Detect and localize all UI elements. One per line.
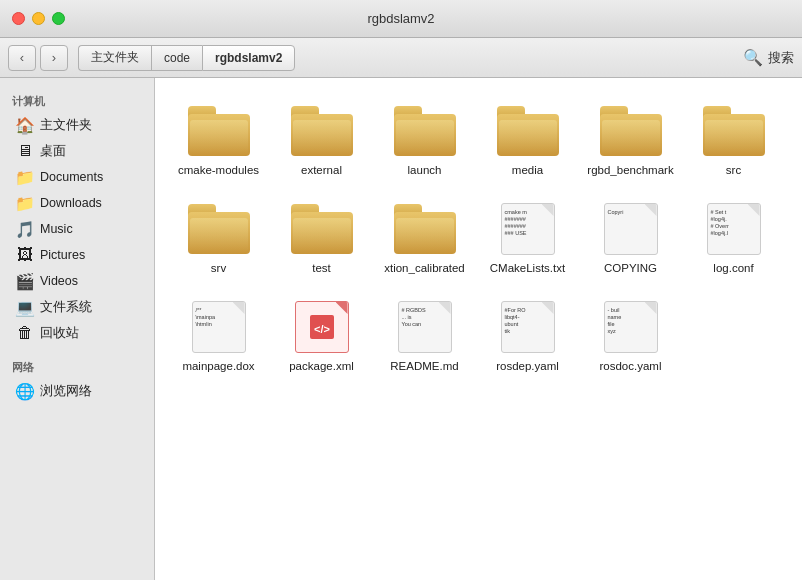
file-name: rosdep.yaml xyxy=(496,360,559,372)
file-item[interactable]: xtion_calibrated xyxy=(377,192,472,282)
sidebar-label-desktop: 桌面 xyxy=(40,143,66,160)
sidebar-item-home[interactable]: 🏠 主文件夹 xyxy=(4,112,150,138)
search-icon[interactable]: 🔍 xyxy=(743,48,763,67)
videos-icon: 🎬 xyxy=(16,272,34,290)
file-name: srv xyxy=(211,262,226,274)
sidebar-label-filesystem: 文件系统 xyxy=(40,299,92,316)
back-button[interactable]: ‹ xyxy=(8,45,36,71)
file-icon: #For RO libqt4- ubunt tik xyxy=(496,298,560,356)
close-button[interactable] xyxy=(12,12,25,25)
file-name: external xyxy=(301,164,342,176)
file-name: xtion_calibrated xyxy=(384,262,465,274)
pictures-icon: 🖼 xyxy=(16,246,34,264)
file-name: package.xml xyxy=(289,360,354,372)
file-name: launch xyxy=(408,164,442,176)
breadcrumb-current[interactable]: rgbdslamv2 xyxy=(202,45,295,71)
file-item[interactable]: src xyxy=(686,94,781,184)
filesystem-icon: 💻 xyxy=(16,298,34,316)
downloads-icon: 📁 xyxy=(16,194,34,212)
sidebar-item-filesystem[interactable]: 💻 文件系统 xyxy=(4,294,150,320)
maximize-button[interactable] xyxy=(52,12,65,25)
folder-icon xyxy=(290,200,354,258)
sidebar-item-trash[interactable]: 🗑 回收站 xyxy=(4,320,150,346)
sidebar-label-videos: Videos xyxy=(40,274,78,288)
file-name: COPYING xyxy=(604,262,657,274)
file-name: rgbd_benchmark xyxy=(587,164,673,176)
file-item[interactable]: rgbd_benchmark xyxy=(583,94,678,184)
forward-button[interactable]: › xyxy=(40,45,68,71)
folder-icon xyxy=(393,200,457,258)
sidebar-item-desktop[interactable]: 🖥 桌面 xyxy=(4,138,150,164)
sidebar: 计算机 🏠 主文件夹 🖥 桌面 📁 Documents 📁 Downloads … xyxy=(0,78,155,580)
file-item[interactable]: </> package.xml xyxy=(274,290,369,380)
file-item[interactable]: - buil name file xyz rosdoc.yaml xyxy=(583,290,678,380)
breadcrumb-home[interactable]: 主文件夹 xyxy=(78,45,151,71)
search-label: 搜索 xyxy=(768,49,794,67)
sidebar-item-documents[interactable]: 📁 Documents xyxy=(4,164,150,190)
titlebar: rgbdslamv2 xyxy=(0,0,802,38)
toolbar: ‹ › 主文件夹 code rgbdslamv2 🔍 搜索 xyxy=(0,38,802,78)
main-layout: 计算机 🏠 主文件夹 🖥 桌面 📁 Documents 📁 Downloads … xyxy=(0,78,802,580)
sidebar-item-downloads[interactable]: 📁 Downloads xyxy=(4,190,150,216)
file-item[interactable]: launch xyxy=(377,94,472,184)
file-icon: - buil name file xyz xyxy=(599,298,663,356)
file-name: test xyxy=(312,262,331,274)
file-icon: cmake m ####### ####### ### USE xyxy=(496,200,560,258)
file-item[interactable]: external xyxy=(274,94,369,184)
file-name: media xyxy=(512,164,543,176)
window-controls xyxy=(12,12,65,25)
desktop-icon: 🖥 xyxy=(16,142,34,160)
sidebar-item-videos[interactable]: 🎬 Videos xyxy=(4,268,150,294)
sidebar-section-computer: 计算机 xyxy=(0,88,154,112)
trash-icon: 🗑 xyxy=(16,324,34,342)
sidebar-label-pictures: Pictures xyxy=(40,248,85,262)
file-icon: /** \mainpa \htmlin xyxy=(187,298,251,356)
breadcrumb-code[interactable]: code xyxy=(151,45,202,71)
file-item[interactable]: test xyxy=(274,192,369,282)
svg-text:</>: </> xyxy=(314,323,330,335)
sidebar-section-network: 网络 xyxy=(0,354,154,378)
minimize-button[interactable] xyxy=(32,12,45,25)
file-name: rosdoc.yaml xyxy=(600,360,662,372)
folder-icon xyxy=(187,200,251,258)
file-icon: Copyri xyxy=(599,200,663,258)
file-name: README.md xyxy=(390,360,458,372)
file-item[interactable]: /** \mainpa \htmlin mainpage.dox xyxy=(171,290,266,380)
folder-icon xyxy=(393,102,457,160)
breadcrumb: 主文件夹 code rgbdslamv2 xyxy=(78,45,295,71)
file-icon: </> xyxy=(290,298,354,356)
sidebar-label-documents: Documents xyxy=(40,170,103,184)
file-area: cmake-modules external launch xyxy=(155,78,802,580)
file-item[interactable]: Copyri COPYING xyxy=(583,192,678,282)
sidebar-item-music[interactable]: 🎵 Music xyxy=(4,216,150,242)
sidebar-label-music: Music xyxy=(40,222,73,236)
music-icon: 🎵 xyxy=(16,220,34,238)
folder-icon xyxy=(599,102,663,160)
file-name: cmake-modules xyxy=(178,164,259,176)
file-item[interactable]: srv xyxy=(171,192,266,282)
file-item[interactable]: # Set t #log4j. # Overr #log4j.l log.con… xyxy=(686,192,781,282)
file-name: src xyxy=(726,164,741,176)
search-area: 🔍 搜索 xyxy=(743,48,794,67)
documents-icon: 📁 xyxy=(16,168,34,186)
home-icon: 🏠 xyxy=(16,116,34,134)
folder-icon xyxy=(290,102,354,160)
network-icon: 🌐 xyxy=(16,382,34,400)
file-icon: # RGBDS ... is You can xyxy=(393,298,457,356)
file-item[interactable]: cmake m ####### ####### ### USE CMakeLis… xyxy=(480,192,575,282)
file-item[interactable]: #For RO libqt4- ubunt tik rosdep.yaml xyxy=(480,290,575,380)
file-item[interactable]: cmake-modules xyxy=(171,94,266,184)
sidebar-item-pictures[interactable]: 🖼 Pictures xyxy=(4,242,150,268)
sidebar-label-downloads: Downloads xyxy=(40,196,102,210)
file-item[interactable]: media xyxy=(480,94,575,184)
folder-icon xyxy=(702,102,766,160)
sidebar-label-network: 浏览网络 xyxy=(40,383,92,400)
file-name: CMakeLists.txt xyxy=(490,262,565,274)
folder-icon xyxy=(187,102,251,160)
window-title: rgbdslamv2 xyxy=(367,11,434,26)
file-name: log.conf xyxy=(713,262,753,274)
file-name: mainpage.dox xyxy=(182,360,254,372)
file-item[interactable]: # RGBDS ... is You can README.md xyxy=(377,290,472,380)
sidebar-label-trash: 回收站 xyxy=(40,325,79,342)
sidebar-item-network[interactable]: 🌐 浏览网络 xyxy=(4,378,150,404)
